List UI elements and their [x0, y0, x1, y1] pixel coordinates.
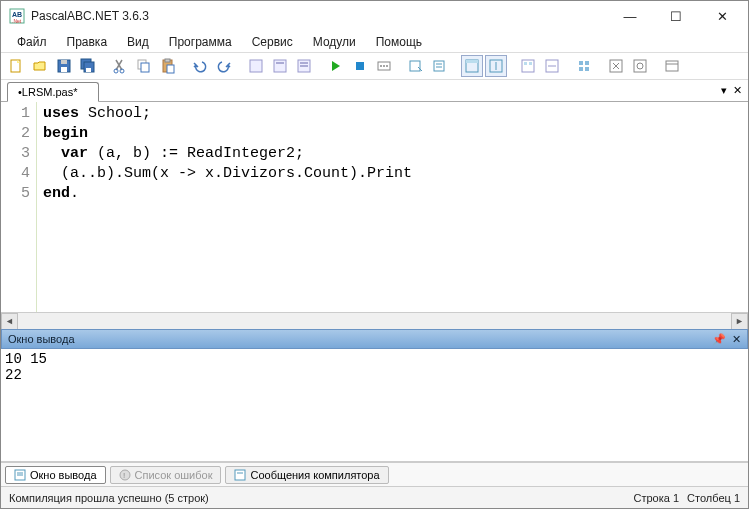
menu-edit[interactable]: Правка: [57, 33, 118, 51]
svg-rect-43: [579, 67, 583, 71]
tb-btn-c[interactable]: [293, 55, 315, 77]
undo-button[interactable]: [189, 55, 211, 77]
svg-text:.Net: .Net: [12, 18, 22, 24]
svg-rect-36: [522, 60, 534, 72]
svg-rect-44: [585, 67, 589, 71]
window-controls: — ☐ ✕: [616, 9, 736, 24]
svg-rect-5: [61, 67, 67, 72]
tb-btn-l[interactable]: [629, 55, 651, 77]
menu-program[interactable]: Программа: [159, 33, 242, 51]
menu-view[interactable]: Вид: [117, 33, 159, 51]
svg-rect-15: [165, 59, 170, 62]
tb-btn-g[interactable]: [485, 55, 507, 77]
svg-rect-42: [585, 61, 589, 65]
status-message: Компиляция прошла успешно (5 строк): [9, 492, 634, 504]
bottom-tab-output[interactable]: Окно вывода: [5, 466, 106, 484]
bottom-tabbar: Окно вывода ! Список ошибок Сообщения ко…: [1, 462, 748, 486]
svg-point-26: [383, 65, 385, 67]
scroll-right-icon[interactable]: ►: [731, 313, 748, 330]
compiler-tab-icon: [234, 469, 246, 481]
svg-rect-48: [666, 61, 678, 71]
tab-close-icon[interactable]: ✕: [733, 84, 742, 97]
svg-rect-16: [167, 65, 174, 73]
titlebar: AB.Net PascalABC.NET 3.6.3 — ☐ ✕: [1, 1, 748, 31]
copy-button[interactable]: [133, 55, 155, 77]
tb-btn-m[interactable]: [661, 55, 683, 77]
svg-text:AB: AB: [12, 11, 22, 18]
cut-button[interactable]: [109, 55, 131, 77]
editor-tabbar: •LRSM.pas* ▾ ✕: [1, 80, 748, 102]
svg-rect-29: [434, 61, 444, 71]
close-button[interactable]: ✕: [708, 9, 736, 24]
bottom-tab-errors[interactable]: ! Список ошибок: [110, 466, 222, 484]
new-file-button[interactable]: [5, 55, 27, 77]
panel-close-icon[interactable]: ✕: [732, 333, 741, 346]
svg-rect-6: [61, 60, 67, 64]
svg-rect-37: [524, 62, 527, 65]
line-gutter: 1 2 3 4 5: [1, 102, 37, 312]
tb-btn-b[interactable]: [269, 55, 291, 77]
scroll-left-icon[interactable]: ◄: [1, 313, 18, 330]
svg-rect-18: [274, 60, 286, 72]
output-tab-icon: [14, 469, 26, 481]
app-icon: AB.Net: [9, 8, 25, 24]
svg-rect-23: [356, 62, 364, 70]
output-panel[interactable]: 10 15 22: [1, 349, 748, 462]
stop-button[interactable]: [349, 55, 371, 77]
tb-btn-j[interactable]: [573, 55, 595, 77]
svg-rect-55: [235, 470, 245, 480]
open-file-button[interactable]: [29, 55, 51, 77]
pin-icon[interactable]: 📌: [712, 333, 726, 346]
tb-btn-d[interactable]: [405, 55, 427, 77]
tb-btn-k[interactable]: [605, 55, 627, 77]
tb-btn-f[interactable]: [461, 55, 483, 77]
svg-rect-17: [250, 60, 262, 72]
tb-btn-i[interactable]: [541, 55, 563, 77]
statusbar: Компиляция прошла успешно (5 строк) Стро…: [1, 486, 748, 508]
svg-point-25: [380, 65, 382, 67]
svg-rect-33: [466, 60, 478, 63]
svg-rect-28: [410, 61, 420, 71]
output-text: 10 15 22: [5, 351, 47, 383]
window-title: PascalABC.NET 3.6.3: [31, 9, 616, 23]
toolbar: [1, 53, 748, 80]
code-editor[interactable]: 1 2 3 4 5 uses School;begin var (a, b) :…: [1, 102, 748, 312]
tb-btn-a[interactable]: [245, 55, 267, 77]
svg-rect-13: [141, 63, 149, 72]
status-line: Строка 1: [634, 492, 680, 504]
maximize-button[interactable]: ☐: [662, 9, 690, 24]
minimize-button[interactable]: —: [616, 9, 644, 24]
editor-scrollbar-h[interactable]: ◄ ►: [1, 312, 748, 329]
output-panel-header: Окно вывода 📌 ✕: [1, 329, 748, 349]
svg-text:!: !: [123, 471, 125, 480]
tb-btn-h[interactable]: [517, 55, 539, 77]
svg-rect-9: [86, 68, 91, 72]
code-content[interactable]: uses School;begin var (a, b) := ReadInte…: [37, 102, 418, 312]
svg-rect-41: [579, 61, 583, 65]
menu-help[interactable]: Помощь: [366, 33, 432, 51]
status-column: Столбец 1: [687, 492, 740, 504]
menu-file[interactable]: Файл: [7, 33, 57, 51]
errors-tab-icon: !: [119, 469, 131, 481]
redo-button[interactable]: [213, 55, 235, 77]
menubar: Файл Правка Вид Программа Сервис Модули …: [1, 31, 748, 53]
menu-modules[interactable]: Модули: [303, 33, 366, 51]
run-button[interactable]: [325, 55, 347, 77]
svg-rect-38: [529, 62, 532, 65]
svg-point-27: [386, 65, 388, 67]
save-all-button[interactable]: [77, 55, 99, 77]
menu-service[interactable]: Сервис: [242, 33, 303, 51]
paste-button[interactable]: [157, 55, 179, 77]
svg-point-47: [637, 63, 643, 69]
save-button[interactable]: [53, 55, 75, 77]
output-panel-title: Окно вывода: [8, 333, 706, 345]
step-button[interactable]: [373, 55, 395, 77]
tab-dropdown-icon[interactable]: ▾: [721, 84, 727, 97]
editor-tab-label: •LRSM.pas*: [18, 86, 78, 98]
editor-tab[interactable]: •LRSM.pas*: [7, 82, 99, 102]
tb-btn-e[interactable]: [429, 55, 451, 77]
svg-rect-46: [634, 60, 646, 72]
bottom-tab-compiler[interactable]: Сообщения компилятора: [225, 466, 388, 484]
